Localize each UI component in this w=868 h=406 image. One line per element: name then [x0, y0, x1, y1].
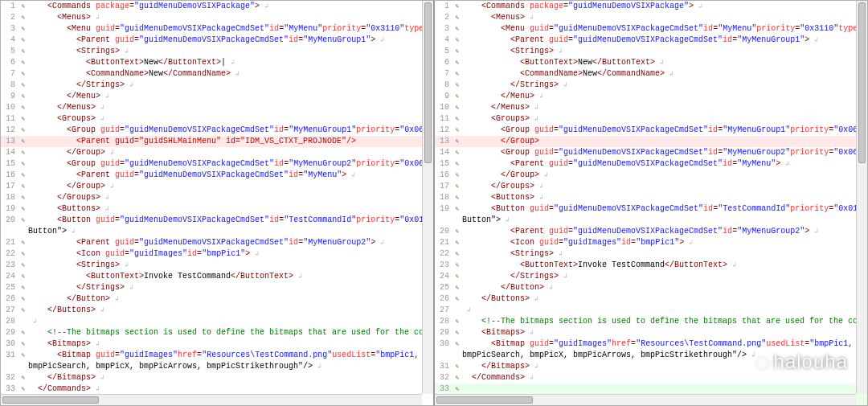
code-line[interactable]: 25✎ </Strings> ↲ — [1, 282, 433, 293]
code-source[interactable]: <CommandName>New</CommandName> ↲ — [28, 68, 433, 80]
code-source[interactable]: </Groups> ↲ — [28, 192, 433, 203]
code-source[interactable]: <Group guid="guidMenuDemoVSIXPackageCmdS… — [28, 158, 433, 170]
code-source[interactable]: <Group guid="guidMenuDemoVSIXPackageCmdS… — [28, 125, 433, 136]
code-source[interactable]: <!--The bitmaps section is used to defin… — [28, 327, 433, 338]
code-source[interactable]: <Strings> ↲ — [28, 260, 433, 271]
code-line[interactable]: 23✎ <ButtonText>Invoke TestCommand</Butt… — [435, 260, 867, 271]
code-line[interactable]: 9✎ </Menu> ↲ — [1, 91, 433, 102]
code-line[interactable]: 17✎ </Group> ↲ — [1, 181, 433, 192]
code-source[interactable]: <Parent guid="guidMenuDemoVSIXPackageCmd… — [28, 237, 433, 248]
code-line[interactable]: 21✎ <Icon guid="guidImages"id="bmpPic1">… — [435, 237, 867, 248]
code-source[interactable]: <Parent guid="guidMenuDemoVSIXPackageCmd… — [462, 158, 867, 170]
scroll-thumb[interactable] — [424, 2, 432, 163]
code-line[interactable]: 13✎ <Parent guid="guidSHLMainMenu" id="I… — [1, 136, 433, 147]
code-line[interactable]: 32✎ </Commands> ↲ — [435, 372, 867, 383]
code-line[interactable]: 3✎ <Menu guid="guidMenuDemoVSIXPackageCm… — [435, 23, 867, 35]
code-line[interactable]: 23✎ <Strings> ↲ — [1, 260, 433, 271]
code-source[interactable]: <Button guid="guidMenuDemoVSIXPackageCmd… — [462, 203, 867, 215]
code-source[interactable]: <Menus> ↲ — [462, 12, 867, 23]
code-source[interactable]: <Button guid="guidMenuDemoVSIXPackageCmd… — [28, 215, 433, 226]
code-line[interactable]: 28 ↲ — [1, 316, 433, 327]
code-source[interactable]: ↲ — [462, 305, 867, 316]
code-line[interactable]: bmpPicSearch, bmpPicX, bmpPicArrows, bmp… — [1, 361, 433, 372]
code-source[interactable]: </Commands> ↲✖ — [28, 383, 433, 395]
code-source[interactable]: <Menu guid="guidMenuDemoVSIXPackageCmdSe… — [462, 23, 867, 35]
code-line[interactable]: 30✎ <Bitmap guid="guidImages"href="Resou… — [435, 338, 867, 350]
code-source[interactable]: </Strings> ↲ — [462, 271, 867, 282]
code-line[interactable]: 19✎ <Buttons> ↲ — [1, 203, 433, 215]
code-source[interactable]: </Buttons> ↲ — [28, 305, 433, 316]
code-source[interactable]: </Strings> ↲ — [28, 282, 433, 293]
code-line[interactable]: 16✎ </Group> ↲ — [435, 170, 867, 181]
code-line[interactable]: 26✎ </Button> ↲ — [1, 293, 433, 305]
code-line[interactable]: 10✎ </Menus> ↲ — [435, 102, 867, 113]
code-line[interactable]: 29✎ <Bitmaps> ↲ — [435, 327, 867, 338]
code-line[interactable]: bmpPicSearch, bmpPicX, bmpPicArrows, bmp… — [435, 350, 867, 361]
code-source[interactable]: </Buttons> ↲ — [462, 293, 867, 305]
code-source[interactable]: <Bitmap guid="guidImages"href="Resources… — [462, 338, 867, 350]
code-line[interactable]: 21✎ <Parent guid="guidMenuDemoVSIXPackag… — [1, 237, 433, 248]
code-line[interactable]: 12✎ <Group guid="guidMenuDemoVSIXPackage… — [1, 125, 433, 136]
code-source[interactable]: <ButtonText>Invoke TestCommand</ButtonTe… — [462, 260, 867, 271]
code-source[interactable]: bmpPicSearch, bmpPicX, bmpPicArrows, bmp… — [28, 361, 433, 372]
code-source[interactable]: <Strings> ↲ — [462, 46, 867, 57]
code-source[interactable]: <Group guid="guidMenuDemoVSIXPackageCmdS… — [462, 125, 867, 136]
code-line[interactable]: 6✎ <ButtonText>New</ButtonText> ↲ — [435, 57, 867, 68]
code-source[interactable]: </Button> ↲ — [28, 293, 433, 305]
right-scrollbar-horizontal[interactable] — [435, 394, 856, 405]
code-source[interactable]: Button"> ↲ — [462, 215, 867, 226]
code-source[interactable]: <Bitmaps> ↲ — [462, 327, 867, 338]
right-scrollbar-vertical[interactable] — [856, 1, 867, 394]
code-source[interactable]: <Groups> ↲ — [28, 113, 433, 125]
code-line[interactable]: 22✎ <Strings> ↲ — [435, 248, 867, 260]
code-line[interactable]: 27 ↲ — [435, 305, 867, 316]
code-source[interactable]: <Buttons> ↲ — [462, 192, 867, 203]
scroll-thumb[interactable] — [2, 396, 99, 404]
code-source[interactable]: <Buttons> ↲ — [28, 203, 433, 215]
code-source[interactable]: <Strings> ↲ — [462, 248, 867, 260]
code-line[interactable]: 22✎ <Icon guid="guidImages"id="bmpPic1">… — [1, 248, 433, 260]
code-source[interactable]: <Strings> ↲ — [28, 46, 433, 57]
code-line[interactable]: 1✎ <Commands package="guidMenuDemoVSIXPa… — [1, 1, 433, 12]
code-line[interactable]: 5✎ <Strings> ↲ — [1, 46, 433, 57]
code-line[interactable]: 14✎ <Group guid="guidMenuDemoVSIXPackage… — [435, 147, 867, 158]
code-line[interactable]: Button"> ↲ — [1, 226, 433, 237]
code-line[interactable]: 2✎ <Menus> ↲ — [1, 12, 433, 23]
code-line[interactable]: 17✎ </Groups> ↲ — [435, 181, 867, 192]
code-line[interactable]: 19✎ <Button guid="guidMenuDemoVSIXPackag… — [435, 203, 867, 215]
code-source[interactable]: <Commands package="guidMenuDemoVSIXPacka… — [462, 1, 867, 12]
code-source[interactable]: <Icon guid="guidImages"id="bmpPic1"> ↲ — [462, 237, 867, 248]
code-source[interactable]: </Menu> ↲ — [462, 91, 867, 102]
code-source[interactable]: Button"> ↲ — [28, 226, 433, 237]
code-source[interactable]: </Menus> ↲ — [28, 102, 433, 113]
code-source[interactable]: <CommandName>New</CommandName> ↲ — [462, 68, 867, 80]
code-source[interactable]: </Group> ↲ — [28, 147, 433, 158]
code-line[interactable]: 32✎ </Bitmaps> ↲ — [1, 372, 433, 383]
code-line[interactable]: 11✎ <Groups> ↲ — [1, 113, 433, 125]
code-source[interactable]: ↲ — [28, 316, 433, 327]
code-line[interactable]: 5✎ <Strings> ↲ — [435, 46, 867, 57]
code-source[interactable]: <Menu guid="guidMenuDemoVSIXPackageCmdSe… — [28, 23, 433, 35]
code-line[interactable]: 33✎✖ — [435, 383, 867, 395]
code-line[interactable]: 7✎ <CommandName>New</CommandName> ↲ — [1, 68, 433, 80]
code-source[interactable]: <Parent guid="guidMenuDemoVSIXPackageCmd… — [462, 226, 867, 237]
code-line[interactable]: 26✎ </Buttons> ↲ — [435, 293, 867, 305]
code-line[interactable]: 18✎ <Buttons> ↲ — [435, 192, 867, 203]
code-line[interactable]: 27✎ </Buttons> ↲ — [1, 305, 433, 316]
code-line[interactable]: 30✎ <Bitmaps> ↲ — [1, 338, 433, 350]
code-line[interactable]: 4✎ <Parent guid="guidMenuDemoVSIXPackage… — [1, 35, 433, 46]
code-line[interactable]: 25✎ </Button> ↲ — [435, 282, 867, 293]
code-line[interactable]: 8✎ </Strings> ↲ — [1, 80, 433, 91]
code-source[interactable]: <!--The bitmaps section is used to defin… — [462, 316, 867, 327]
code-line[interactable]: 7✎ <CommandName>New</CommandName> ↲ — [435, 68, 867, 80]
code-source[interactable]: <ButtonText>Invoke TestCommand</ButtonTe… — [28, 271, 433, 282]
code-line[interactable]: 33✎ </Commands> ↲✖ — [1, 383, 433, 395]
code-line[interactable]: Button"> ↲ — [435, 215, 867, 226]
code-source[interactable]: </Strings> ↲ — [462, 80, 867, 91]
scroll-thumb[interactable] — [436, 396, 533, 404]
code-source[interactable]: </Bitmaps> ↲ — [462, 361, 867, 372]
code-line[interactable]: 12✎ <Group guid="guidMenuDemoVSIXPackage… — [435, 125, 867, 136]
code-source[interactable]: <Menus> ↲ — [28, 12, 433, 23]
code-line[interactable]: 1✎ <Commands package="guidMenuDemoVSIXPa… — [435, 1, 867, 12]
code-source[interactable]: </Group> ↲ — [28, 181, 433, 192]
